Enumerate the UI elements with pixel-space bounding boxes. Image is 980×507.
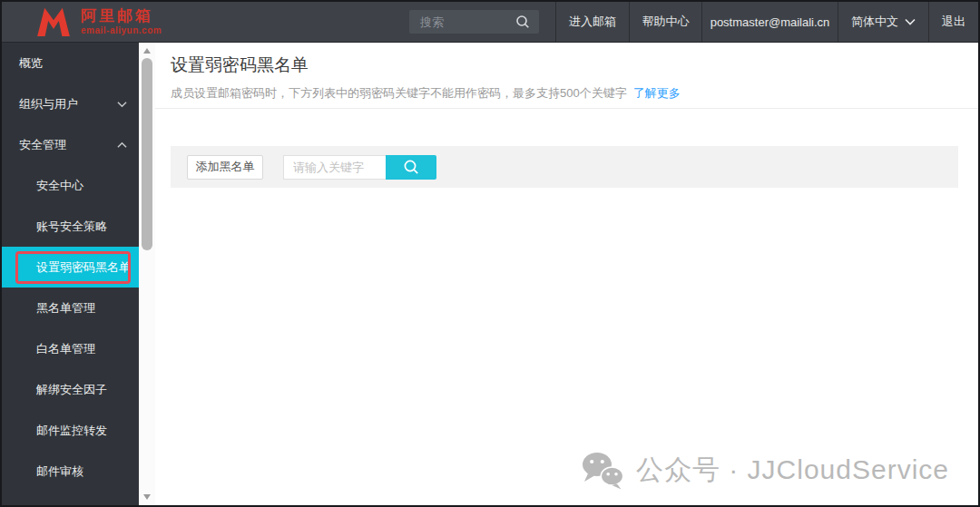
sidebar-item-label: 白名单管理 xyxy=(36,341,95,357)
keyword-search-button[interactable] xyxy=(386,155,436,180)
sidebar-item-blacklist-mgmt[interactable]: 黑名单管理 xyxy=(2,288,139,328)
sidebar-nav: 概览 组织与用户 安全管理 安全中心 账号安全策略 设置弱密码黑名单 黑名单管理 xyxy=(2,43,139,505)
topbar: 阿里邮箱 email-aliyun.com 进入邮箱 帮助中心 postmast… xyxy=(2,2,978,43)
sidebar-item-label: 邮件监控转发 xyxy=(36,423,107,439)
search-icon xyxy=(403,159,419,175)
sidebar-item-unbind-security-factor[interactable]: 解绑安全因子 xyxy=(2,369,139,410)
keyword-search-group xyxy=(283,155,436,180)
brand-domain: email-aliyun.com xyxy=(81,26,162,35)
topbar-search-input[interactable] xyxy=(418,15,505,30)
chevron-up-icon xyxy=(117,141,127,149)
alimail-m-icon xyxy=(34,6,73,37)
sidebar-item-overview[interactable]: 概览 xyxy=(2,43,139,83)
sidebar-item-security-mgmt[interactable]: 安全管理 xyxy=(2,124,139,165)
sidebar-item-label: 组织与用户 xyxy=(19,96,78,112)
enter-mailbox-label: 进入邮箱 xyxy=(569,14,616,30)
logout-button[interactable]: 退出 xyxy=(928,2,978,42)
sidebar-item-label: 安全中心 xyxy=(36,178,83,194)
main-content: 设置弱密码黑名单 成员设置邮箱密码时，下方列表中的弱密码关键字不能用作密码，最多… xyxy=(155,43,978,505)
account-email: postmaster@mailali.cn xyxy=(710,15,830,29)
sidebar-item-label: 设置弱密码黑名单 xyxy=(36,259,131,276)
sidebar-item-security-center[interactable]: 安全中心 xyxy=(2,165,139,206)
search-icon[interactable] xyxy=(515,15,530,29)
sidebar-item-whitelist-mgmt[interactable]: 白名单管理 xyxy=(2,328,139,369)
chevron-down-icon xyxy=(905,18,916,25)
scrollbar-thumb[interactable] xyxy=(142,58,152,250)
description-text: 成员设置邮箱密码时，下方列表中的弱密码关键字不能用作密码，最多支持500个关键字 xyxy=(171,86,627,100)
brand-logo[interactable]: 阿里邮箱 email-aliyun.com xyxy=(2,2,409,42)
brand-text: 阿里邮箱 email-aliyun.com xyxy=(81,8,162,35)
page-description: 成员设置邮箱密码时，下方列表中的弱密码关键字不能用作密码，最多支持500个关键字… xyxy=(171,85,681,102)
topbar-menu: 进入邮箱 帮助中心 postmaster@mailali.cn 简体中文 退出 xyxy=(555,2,978,42)
sidebar-item-label: 黑名单管理 xyxy=(36,300,95,317)
blacklist-toolbar: 添加黑名单 xyxy=(171,146,958,188)
enter-mailbox-button[interactable]: 进入邮箱 xyxy=(555,2,629,42)
language-selector[interactable]: 简体中文 xyxy=(838,2,928,42)
triangle-down-icon xyxy=(143,494,151,500)
page-title: 设置弱密码黑名单 xyxy=(171,54,309,77)
scrollbar-up-arrow[interactable] xyxy=(139,44,155,57)
sidebar-scrollbar[interactable] xyxy=(139,43,155,505)
sidebar-item-account-security-policy[interactable]: 账号安全策略 xyxy=(2,206,139,247)
logout-label: 退出 xyxy=(942,14,965,30)
help-center-button[interactable]: 帮助中心 xyxy=(629,2,701,42)
sidebar-item-label: 邮件审核 xyxy=(36,463,83,480)
sidebar-item-label: 解绑安全因子 xyxy=(36,382,107,398)
help-center-label: 帮助中心 xyxy=(642,14,690,30)
sidebar-item-mail-audit[interactable]: 邮件审核 xyxy=(2,451,139,492)
learn-more-link[interactable]: 了解更多 xyxy=(633,86,681,100)
watermark: 公众号 · JJCloudService xyxy=(581,451,949,490)
language-label: 简体中文 xyxy=(851,14,898,30)
header-divider xyxy=(155,108,978,109)
account-menu[interactable]: postmaster@mailali.cn xyxy=(701,2,838,42)
chevron-down-icon xyxy=(117,101,127,108)
topbar-search-box[interactable] xyxy=(409,10,539,34)
sidebar-item-org-users[interactable]: 组织与用户 xyxy=(2,83,139,124)
sidebar-item-weak-password-blacklist[interactable]: 设置弱密码黑名单 xyxy=(2,247,139,288)
sidebar-item-mail-monitor-forward[interactable]: 邮件监控转发 xyxy=(2,410,139,451)
keyword-input[interactable] xyxy=(283,155,386,180)
add-blacklist-button[interactable]: 添加黑名单 xyxy=(187,155,263,180)
watermark-text: 公众号 · JJCloudService xyxy=(636,452,949,489)
scrollbar-down-arrow[interactable] xyxy=(139,491,155,503)
topbar-spacer xyxy=(539,2,555,42)
brand-name: 阿里邮箱 xyxy=(81,8,162,24)
triangle-up-icon xyxy=(143,48,151,54)
wechat-icon xyxy=(581,451,624,490)
app-window: 阿里邮箱 email-aliyun.com 进入邮箱 帮助中心 postmast… xyxy=(0,0,980,507)
sidebar-item-label: 概览 xyxy=(19,55,43,72)
sidebar-item-label: 安全管理 xyxy=(19,137,66,153)
sidebar-item-label: 账号安全策略 xyxy=(36,219,107,235)
